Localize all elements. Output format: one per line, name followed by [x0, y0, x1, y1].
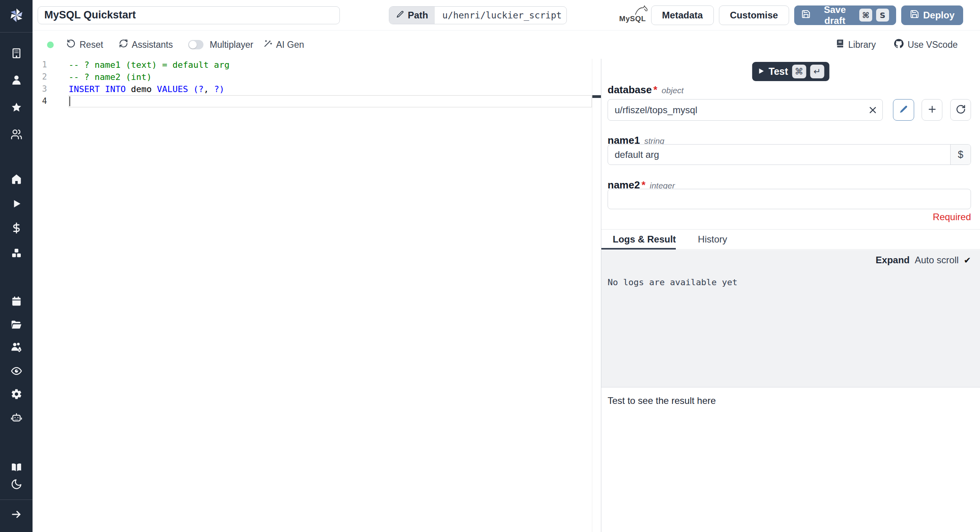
eye-icon[interactable] — [10, 364, 23, 378]
kbd-cmd: ⌘ — [859, 9, 872, 22]
sidebar-divider — [0, 499, 33, 500]
line-number: 4 — [33, 95, 69, 107]
add-resource-button[interactable] — [922, 99, 942, 121]
database-field-label: database* object — [608, 84, 684, 96]
play-icon[interactable] — [10, 197, 23, 210]
variable-picker-button[interactable]: $ — [950, 145, 971, 165]
edit-resource-button[interactable] — [893, 99, 914, 121]
play-icon — [757, 66, 765, 77]
plus-icon — [927, 104, 937, 116]
user-icon[interactable] — [10, 73, 23, 87]
check-icon: ✔ — [964, 255, 971, 265]
clear-icon[interactable] — [868, 105, 877, 114]
wand-sparkles-icon — [263, 39, 272, 51]
sidebar-divider — [0, 32, 33, 33]
use-vscode-button[interactable]: Use VScode — [894, 38, 958, 51]
database-input[interactable] — [608, 99, 883, 121]
save-draft-button[interactable]: Save draft ⌘ S — [794, 5, 896, 25]
line-number: 3 — [33, 83, 69, 95]
mysql-logo: MySQL — [614, 4, 651, 27]
pencil-icon — [898, 104, 909, 116]
building-icon[interactable] — [10, 47, 23, 60]
kbd-s: S — [876, 9, 889, 22]
name1-field-row: $ — [608, 144, 971, 165]
rotate-ccw-icon — [67, 39, 76, 51]
active-tab-underline — [601, 248, 676, 250]
users-icon[interactable] — [10, 128, 23, 141]
reset-button[interactable]: Reset — [67, 39, 103, 51]
name1-input[interactable] — [608, 144, 971, 165]
autoscroll-toggle[interactable]: Auto scroll ✔ — [915, 255, 971, 266]
tab-logs-result[interactable]: Logs & Result — [613, 234, 676, 245]
calendar-icon[interactable] — [10, 295, 23, 308]
text-cursor — [69, 96, 70, 106]
multiplayer-label: Multiplayer — [210, 40, 253, 50]
current-line-highlight — [69, 95, 592, 107]
metadata-button[interactable]: Metadata — [651, 5, 714, 25]
assistants-button[interactable]: Assistants — [119, 39, 173, 51]
multiplayer-toggle[interactable] — [188, 40, 203, 49]
arrow-right-icon[interactable] — [10, 508, 23, 521]
book-icon — [835, 39, 845, 51]
ai-gen-button[interactable]: AI Gen — [263, 39, 304, 51]
sidebar — [0, 0, 33, 532]
editor-toolbar: Reset Assistants Multiplayer AI Gen — [33, 31, 980, 59]
status-dot — [47, 42, 54, 48]
save-icon — [801, 9, 811, 21]
editor-overview-ruler[interactable] — [592, 59, 601, 532]
cursor-position-marker — [592, 95, 601, 98]
database-field-row — [608, 99, 971, 121]
line-number: 2 — [33, 71, 69, 83]
moon-icon[interactable] — [10, 478, 23, 491]
kbd-enter: ↵ — [810, 65, 824, 78]
logs-area: Expand Auto scroll ✔ No logs are availab… — [601, 250, 980, 387]
code-editor[interactable]: 1 -- ? name1 (text) = default arg 2 -- ?… — [33, 59, 592, 532]
code-line: 3 INSERT INTO demo VALUES (?, ?) — [33, 83, 592, 95]
expand-button[interactable]: Expand — [876, 255, 910, 266]
test-button[interactable]: Test ⌘ ↵ — [752, 62, 829, 81]
home-icon[interactable] — [10, 172, 23, 186]
boxes-icon[interactable] — [10, 246, 23, 260]
path-value[interactable]: u/henri/luckier_script — [435, 7, 566, 24]
book-open-icon[interactable] — [10, 461, 23, 474]
name2-input[interactable] — [608, 189, 971, 209]
deploy-button[interactable]: Deploy — [901, 5, 963, 25]
code-line: 2 -- ? name2 (int) — [33, 71, 592, 83]
bot-icon[interactable] — [10, 411, 23, 424]
result-area: Test to see the result here — [601, 387, 980, 532]
script-title-input[interactable] — [38, 6, 340, 24]
dollar-sign-icon[interactable] — [10, 221, 23, 235]
line-number: 1 — [33, 59, 69, 71]
windmill-logo-icon[interactable] — [5, 4, 27, 26]
rotate-cw-icon — [956, 104, 966, 116]
refresh-resource-button[interactable] — [950, 99, 971, 121]
result-tabs: Logs & Result History — [601, 229, 980, 250]
required-error: Required — [933, 212, 971, 223]
path-label: Path — [408, 10, 428, 21]
result-placeholder: Test to see the result here — [608, 395, 716, 406]
library-button[interactable]: Library — [835, 39, 876, 51]
users-cog-icon[interactable] — [10, 340, 23, 354]
folder-open-icon[interactable] — [10, 318, 23, 331]
path-button[interactable]: Path — [389, 7, 435, 24]
path-group[interactable]: Path u/henri/luckier_script — [389, 6, 567, 24]
kbd-cmd: ⌘ — [792, 65, 806, 78]
customise-button[interactable]: Customise — [719, 5, 789, 25]
run-panel: Test ⌘ ↵ database* object — [601, 59, 980, 532]
github-icon — [894, 38, 904, 51]
refresh-cw-icon — [119, 39, 128, 51]
settings-icon[interactable] — [10, 387, 23, 401]
tab-history[interactable]: History — [698, 234, 727, 245]
topbar: Path u/henri/luckier_script MySQL Metada… — [33, 0, 980, 31]
mysql-dolphin-icon — [633, 5, 649, 18]
logs-empty-message: No logs are available yet — [608, 277, 737, 287]
code-line: 1 -- ? name1 (text) = default arg — [33, 59, 592, 71]
pencil-icon — [396, 10, 404, 21]
save-icon — [910, 9, 919, 21]
star-icon[interactable] — [10, 101, 23, 114]
